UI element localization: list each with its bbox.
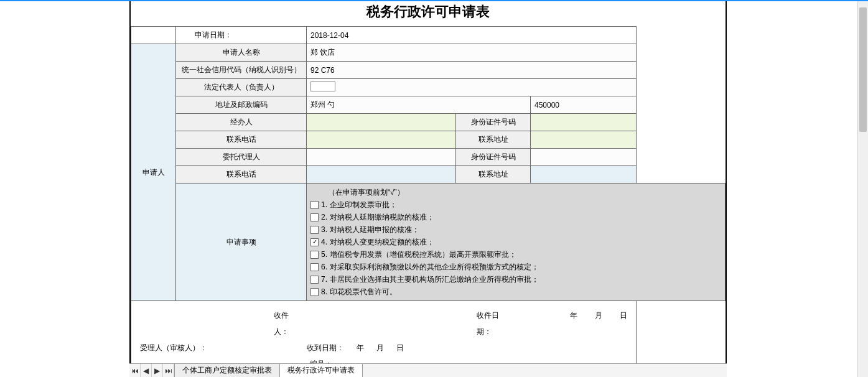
agent-value (307, 149, 456, 166)
applicant-name-value: 郑 饮店 (307, 44, 637, 62)
item-number: 4. (321, 236, 327, 248)
item-number: 5. (321, 248, 327, 261)
agent-phone-label: 联系电话 (176, 166, 307, 184)
item-checkbox[interactable] (310, 276, 319, 284)
phone-label: 联系电话 (176, 131, 307, 149)
item-text: 对纳税人变更纳税定额的核准； (330, 236, 434, 248)
item-text: 对纳税人延期缴纳税款的核准； (330, 211, 434, 223)
applicant-section-label: 申请人 (131, 44, 176, 301)
nav-next-icon[interactable]: ▶ (152, 364, 163, 377)
nav-prev-icon[interactable]: ◀ (141, 364, 152, 377)
received-to-label: 收到日期： (307, 340, 344, 356)
apply-date-row: 申请日期： 2018-12-04 (131, 27, 726, 44)
credit-code-value: 92 C76 (307, 62, 637, 79)
month-label-2: 月 (376, 340, 384, 356)
item-number: 7. (321, 273, 327, 286)
operator-label: 经办人 (176, 114, 307, 131)
item-checkbox[interactable] (310, 201, 319, 209)
day-label-2: 日 (396, 340, 404, 356)
applicant-name-label: 申请人名称 (176, 44, 307, 62)
item-number: 6. (321, 261, 327, 273)
application-item: 3.对纳税人延期申报的核准； (310, 223, 721, 236)
phone-value[interactable] (307, 131, 456, 149)
post-value: 450000 (531, 96, 637, 114)
scrollbar-thumb[interactable] (859, 7, 867, 132)
agent-addr-value (531, 166, 637, 184)
operator-value[interactable] (307, 114, 456, 131)
agent-addr-label: 联系地址 (456, 166, 531, 184)
tab-nav: ⏮ ◀ ▶ ⏭ (129, 364, 175, 377)
vertical-scrollbar[interactable] (857, 1, 868, 377)
year-label-2: 年 (357, 340, 364, 356)
contact-addr-value[interactable] (531, 131, 637, 149)
items-instruction: （在申请事项前划“√”） (310, 186, 721, 198)
month-label: 月 (595, 307, 602, 340)
id-no-value[interactable] (531, 114, 637, 131)
item-checkbox[interactable] (310, 226, 319, 234)
tab-tax-license-application[interactable]: 税务行政许可申请表 (280, 364, 363, 377)
credit-code-label: 统一社会信用代码（纳税人识别号） (176, 62, 307, 79)
receiver-label: 收件人： (274, 307, 302, 340)
apply-date-value: 2018-12-04 (307, 27, 637, 44)
legal-rep-inner-box (310, 81, 335, 91)
item-checkbox[interactable] (310, 263, 319, 271)
receive-date-label: 收件日期： (477, 307, 511, 340)
agent-id-label: 身份证件号码 (456, 149, 531, 166)
application-item: ✓4.对纳税人变更纳税定额的核准； (310, 236, 721, 248)
items-cell: （在申请事项前划“√”） 1.企业印制发票审批；2.对纳税人延期缴纳税款的核准；… (307, 184, 726, 301)
application-item: 6.对采取实际利润额预缴以外的其他企业所得税预缴方式的核定； (310, 261, 721, 273)
items-section-label: 申请事项 (176, 184, 307, 301)
item-number: 2. (321, 211, 327, 223)
item-text: 对采取实际利润额预缴以外的其他企业所得税预缴方式的核定； (330, 261, 539, 273)
legal-rep-label: 法定代表人（负责人） (176, 79, 307, 96)
item-text: 印花税票代售许可。 (330, 286, 397, 298)
apply-date-label: 申请日期： (176, 27, 307, 44)
application-item: 8.印花税票代售许可。 (310, 286, 721, 298)
day-label: 日 (620, 307, 627, 340)
item-text: 企业印制发票审批； (330, 198, 397, 211)
application-item: 5.增值税专用发票（增值税税控系统）最高开票限额审批； (310, 248, 721, 261)
application-item: 1.企业印制发票审批； (310, 198, 721, 211)
form-table: 申请日期： 2018-12-04 申请人 申请人名称 郑 饮店 统一社会信用代码… (131, 26, 726, 377)
item-checkbox[interactable] (310, 288, 319, 296)
reviewer-label: 受理人（审核人）： (140, 340, 207, 356)
agent-phone-value (307, 166, 456, 184)
agent-label: 委托代理人 (176, 149, 307, 166)
item-checkbox[interactable]: ✓ (310, 238, 319, 246)
application-item: 7.非居民企业选择由其主要机构场所汇总缴纳企业所得税的审批； (310, 273, 721, 286)
legal-rep-value (307, 79, 637, 96)
year-label: 年 (570, 307, 577, 340)
application-item: 2.对纳税人延期缴纳税款的核准； (310, 211, 721, 223)
id-no-label: 身份证件号码 (456, 114, 531, 131)
item-number: 8. (321, 286, 327, 298)
sheet-tab-bar: ⏮ ◀ ▶ ⏭ 个体工商户定额核定审批表 税务行政许可申请表 (129, 363, 727, 377)
item-text: 非居民企业选择由其主要机构场所汇总缴纳企业所得税的审批； (330, 273, 539, 286)
item-number: 1. (321, 198, 327, 211)
form-title: 税务行政许可申请表 (131, 1, 726, 26)
nav-last-icon[interactable]: ⏭ (163, 364, 174, 377)
agent-id-value (531, 149, 637, 166)
nav-first-icon[interactable]: ⏮ (129, 364, 141, 377)
tab-quota-approval[interactable]: 个体工商户定额核定审批表 (175, 364, 280, 377)
item-checkbox[interactable] (310, 213, 319, 221)
addr-value: 郑州 勺 (307, 96, 531, 114)
form-sheet: 税务行政许可申请表 申请日期： 2018-12-04 申请人 申请人名称 郑 饮… (129, 1, 727, 377)
contact-addr-label: 联系地址 (456, 131, 531, 149)
item-text: 对纳税人延期申报的核准； (330, 223, 419, 236)
item-text: 增值税专用发票（增值税税控系统）最高开票限额审批； (330, 248, 516, 261)
item-checkbox[interactable] (310, 251, 319, 259)
item-number: 3. (321, 223, 327, 236)
addr-post-label: 地址及邮政编码 (176, 96, 307, 114)
